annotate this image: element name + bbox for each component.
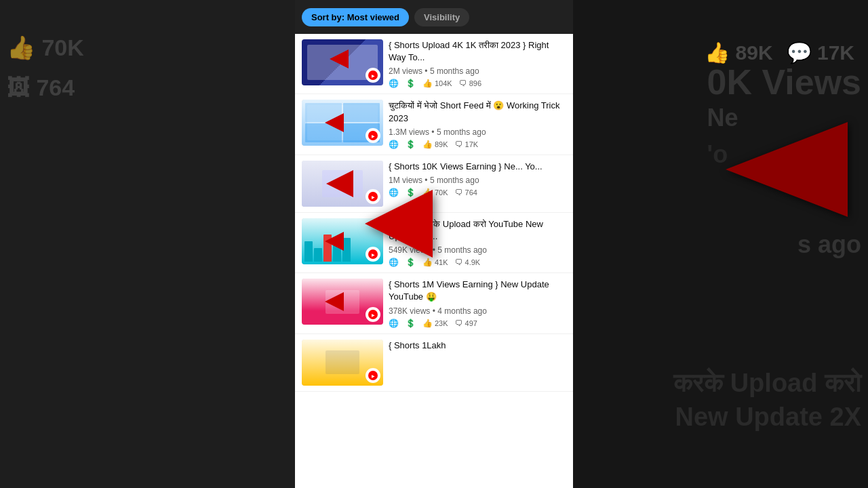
video-meta: 1.3M views • 5 months ago — [389, 127, 566, 137]
like-icon: 👍 — [422, 79, 433, 88]
like-icon: 👍 — [422, 188, 433, 197]
video-title: { Shorts 1M Views Earning } New Update Y… — [389, 279, 566, 303]
dollar-icon: 💲 — [406, 140, 416, 149]
bg-right-panel — [573, 0, 868, 488]
video-meta: 549K views • 5 months ago — [389, 245, 566, 255]
video-item[interactable]: { Shorts 1M Views Earning } New Update Y… — [295, 273, 573, 333]
video-item[interactable]: चुटकियों में भेजो Short Feed में 😮 Worki… — [295, 94, 573, 155]
globe-icon: 🌐 — [389, 79, 399, 88]
video-stats: 🌐 💲 👍23K 🗨497 — [389, 319, 566, 328]
comment-icon: 🗨 — [455, 319, 463, 328]
video-title: { Shorts 1Lakh — [389, 340, 566, 352]
like-icon: 👍 — [422, 258, 433, 267]
shorts-badge — [366, 247, 380, 262]
like-icon: 👍 — [422, 319, 433, 328]
video-item[interactable]: { Shorts Upload 4K 1K तरीका 2023 } Right… — [295, 34, 573, 94]
like-icon: 👍 — [422, 140, 433, 149]
video-title: { Shorts 10K Views Earning } Ne... Yo... — [389, 161, 566, 173]
video-stats: 🌐 💲 👍41K 🗨4.9K — [389, 258, 566, 267]
thumb-arrow-icon — [325, 292, 344, 311]
globe-icon: 🌐 — [389, 258, 399, 267]
thumbnail — [302, 161, 383, 207]
dollar-icon: 💲 — [406, 79, 416, 88]
visibility-tab[interactable]: Visibility — [414, 8, 469, 26]
video-item[interactable]: { Shorts 1Lakh — [295, 334, 573, 392]
shorts-badge — [366, 68, 380, 83]
video-meta: 378K views • 4 months ago — [389, 306, 566, 316]
thumbnail — [302, 100, 383, 146]
comment-icon: 🗨 — [455, 258, 463, 267]
dollar-icon: 💲 — [406, 188, 416, 197]
globe-icon: 🌐 — [389, 188, 399, 197]
video-item[interactable]: { आँख बंद करके Upload करो YouTube New Up… — [295, 213, 573, 273]
shorts-icon — [368, 310, 378, 319]
thumb-arrow-icon — [330, 49, 349, 68]
video-title: चुटकियों में भेजो Short Feed में 😮 Worki… — [389, 100, 566, 124]
shorts-badge — [366, 189, 380, 204]
comment-icon: 🗨 — [455, 140, 463, 149]
video-meta: 1M views • 5 months ago — [389, 176, 566, 185]
video-info: { Shorts 1Lakh — [389, 340, 566, 386]
dollar-icon: 💲 — [406, 258, 416, 267]
globe-icon: 🌐 — [389, 319, 399, 328]
video-info: { Shorts Upload 4K 1K तरीका 2023 } Right… — [389, 39, 566, 88]
thumb-arrow-icon — [325, 113, 344, 132]
shorts-icon — [368, 192, 378, 201]
dollar-icon: 💲 — [406, 319, 416, 328]
thumb-arrow-icon — [325, 232, 344, 251]
thumbnail — [302, 39, 383, 85]
shorts-badge — [366, 307, 380, 322]
video-list: { Shorts Upload 4K 1K तरीका 2023 } Right… — [295, 34, 573, 392]
video-stats: 🌐 💲 👍89K 🗨17K — [389, 140, 566, 149]
top-bar: Sort by: Most viewed Visibility — [295, 0, 573, 34]
thumb-big-arrow — [326, 170, 353, 197]
video-info: चुटकियों में भेजो Short Feed में 😮 Worki… — [389, 100, 566, 148]
comment-icon: 🗨 — [459, 79, 467, 88]
globe-icon: 🌐 — [389, 140, 399, 149]
bg-left-stats: 👍 70K 🖼 764 — [7, 34, 84, 101]
video-info: { Shorts 10K Views Earning } Ne... Yo...… — [389, 161, 566, 207]
sort-tab[interactable]: Sort by: Most viewed — [302, 8, 409, 26]
shorts-badge — [366, 368, 380, 383]
thumbnail — [302, 279, 383, 325]
comment-icon: 🗨 — [455, 188, 463, 197]
shorts-icon — [368, 371, 378, 380]
shorts-icon — [368, 249, 378, 259]
video-title: { Shorts Upload 4K 1K तरीका 2023 } Right… — [389, 39, 566, 64]
shorts-icon — [368, 131, 378, 140]
video-info: { Shorts 1M Views Earning } New Update Y… — [389, 279, 566, 327]
shorts-icon — [368, 70, 378, 80]
video-info: { आँख बंद करके Upload करो YouTube New Up… — [389, 218, 566, 267]
thumbnail — [302, 340, 383, 386]
video-list-panel: Sort by: Most viewed Visibility { Shorts… — [295, 0, 573, 488]
video-stats: 🌐 💲 👍104K 🗨896 — [389, 79, 566, 88]
video-title: { आँख बंद करके Upload करो YouTube New Up… — [389, 218, 566, 243]
video-item[interactable]: { Shorts 10K Views Earning } Ne... Yo...… — [295, 155, 573, 213]
video-meta: 2M views • 5 months ago — [389, 66, 566, 76]
video-stats: 🌐 💲 👍70K 🗨764 — [389, 188, 566, 197]
thumbnail — [302, 218, 383, 264]
